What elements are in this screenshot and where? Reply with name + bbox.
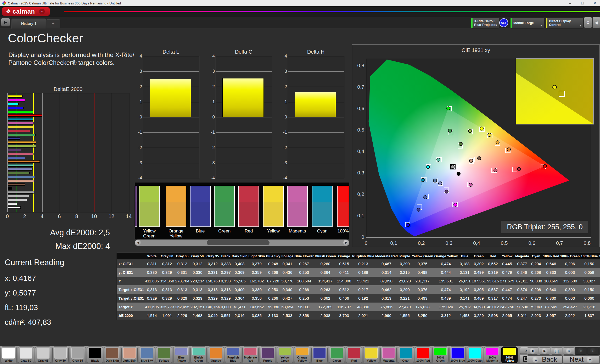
patch-button-red[interactable]: Red [346, 346, 362, 363]
patch-button-gray-80[interactable]: Gray 80 [18, 346, 34, 363]
patch-button-blue[interactable]: Blue [311, 346, 328, 363]
patch-button-light-skin[interactable]: Light Skin [121, 346, 138, 363]
tab-scroll-button[interactable]: ▶ [1, 18, 10, 26]
delta-l-title: Delta L [143, 49, 199, 55]
table-cell: 90,038 [530, 277, 543, 285]
cie-y-tick-label: 0,6 [355, 106, 364, 111]
patch-button-dark-skin[interactable]: Dark Skin [104, 346, 120, 363]
patch-button-100-green[interactable]: 100% Green [432, 346, 448, 363]
cie-y-tick-label: 0,5 [355, 127, 364, 133]
de2000-chart-title: DeltaE 2000 [7, 86, 129, 92]
patch-button-orange[interactable]: Orange [208, 346, 224, 363]
table-cell: 0,317 [486, 294, 500, 303]
patch-button-moderate-red[interactable]: Moderate Red [242, 346, 259, 363]
table-cell: 0,313 [220, 285, 231, 294]
patch-button-cyan[interactable]: Cyan [398, 346, 414, 363]
strip-swatch-yellow-green[interactable] [139, 186, 160, 227]
patch-button-gray-50[interactable]: Gray 50 [52, 346, 69, 363]
strip-swatch-purple[interactable] [135, 186, 137, 227]
transport-play-button[interactable]: ▶ [539, 347, 550, 355]
transport-stop-button[interactable]: ■ [527, 347, 538, 355]
table-cell: 0,489 [471, 294, 486, 303]
patch-button-bluish-green[interactable]: Bluish Green [190, 346, 207, 363]
display-dropdown-direct-display-control[interactable]: Direct Display Control ▼ [546, 18, 584, 29]
scroll-left-icon[interactable]: ◀ [135, 240, 141, 246]
cie-measured-point [445, 190, 448, 194]
patch-button-blue-sky[interactable]: Blue Sky [139, 346, 155, 363]
table-cell: 0,330 [543, 294, 560, 303]
table-cell: 0,356 [248, 294, 266, 303]
table-cell: 0,263 [314, 285, 337, 294]
axis-tick-label: -3 [281, 160, 287, 166]
table-column-header: Yellow [500, 253, 515, 260]
add-tab-button[interactable]: + [46, 19, 60, 28]
patch-button-foliage[interactable]: Foliage [156, 346, 172, 363]
patch-button-100-blue[interactable]: 100% Blue [450, 346, 466, 363]
patch-button-black[interactable]: Black [87, 346, 103, 363]
patch-button-purplish-blue[interactable]: Purplish Blue [225, 346, 241, 363]
table-cell: 172,389 [314, 303, 337, 311]
patch-button-orange-yellow[interactable]: Orange Yellow [294, 346, 310, 363]
table-cell: 143,662 [248, 303, 266, 311]
patch-button-100-magenta[interactable]: 100% Magenta [484, 346, 500, 363]
patch-color-chip [227, 348, 239, 355]
strip-swatch-100-red[interactable] [337, 186, 349, 227]
back-button[interactable]: « Back [527, 355, 563, 363]
patch-button-white[interactable]: White [1, 346, 17, 363]
calman-menu-button[interactable]: ❖ calman ▼ [2, 7, 50, 16]
colorchecker-data-table: WhiteGray 80Gray 65Gray 50Gray 35BlackDa… [117, 253, 600, 320]
strip-swatch-magenta[interactable] [287, 186, 308, 227]
patch-button-gray-35[interactable]: Gray 35 [70, 346, 86, 363]
meter-dropdown-xrite[interactable]: X-Rite i1Pro 3 Rear Projector ▼ [471, 18, 499, 29]
table-cell: 0,312 [190, 259, 205, 268]
strip-swatch-yellow[interactable] [263, 186, 284, 227]
patch-button-100-cyan[interactable]: 100% Cyan [467, 346, 483, 363]
table-cell: 0,313 [375, 294, 398, 303]
patch-button-green[interactable]: Green [329, 346, 345, 363]
strip-swatch-orange-yellow[interactable] [166, 186, 186, 227]
table-cell: 107,361 [471, 277, 486, 285]
patch-button-100-yellow[interactable]: 100% Yellow [501, 346, 518, 363]
table-column-header: Green [471, 253, 486, 260]
strip-swatch-cyan[interactable] [312, 186, 333, 227]
swatch-strip-scrollbar[interactable]: ◀ ▶ [135, 240, 349, 246]
patch-button-gray-65[interactable]: Gray 65 [35, 346, 51, 363]
reference-line [94, 93, 94, 212]
back-button-label: Back [542, 355, 557, 363]
table-cell: 94,580 [471, 303, 486, 311]
patch-button-purple[interactable]: Purple [260, 346, 276, 363]
maximize-button[interactable]: □ [576, 0, 588, 6]
patch-button-magenta[interactable]: Magenta [380, 346, 397, 363]
close-button[interactable]: ✕ [589, 0, 600, 6]
transport-step-button[interactable]: [··] [551, 347, 562, 355]
table-cell: 0,192 [458, 285, 471, 294]
scrollbar-thumb[interactable] [207, 240, 270, 245]
table-column-header: 100% Green [560, 253, 580, 260]
settings-button[interactable]: ⚙ [584, 17, 592, 28]
patch-color-chip [175, 348, 188, 355]
table-cell: 77,506 [515, 303, 530, 311]
patch-button-yellow-green[interactable]: Yellow Green [277, 346, 293, 363]
table-cell: 140,764 [205, 303, 220, 311]
scroll-right-icon[interactable]: ▶ [343, 240, 349, 246]
stop-icon: ■ [530, 348, 536, 354]
transport-loop-button[interactable]: ∞ [563, 347, 574, 355]
patch-button-blue-flower[interactable]: Blue Flower [173, 346, 189, 363]
strip-swatch-red[interactable] [238, 186, 259, 227]
patch-button-yellow[interactable]: Yellow [363, 346, 379, 363]
collapse-panel-button[interactable]: ◀ [592, 17, 600, 28]
source-dropdown-mobile-forge[interactable]: Mobile Forge ▼ [510, 18, 544, 29]
gridline [216, 148, 272, 148]
strip-swatch-blue[interactable] [190, 186, 211, 227]
strip-swatch-green[interactable] [214, 186, 235, 227]
delta-c-chart: 43210-1-2-3-4 [216, 56, 272, 178]
table-cell: 0,266 [265, 294, 281, 303]
table-cell: 0,427 [281, 294, 294, 303]
tab-history-1[interactable]: History 1 [12, 19, 46, 29]
page-description-line1: Display analysis is performed with the X… [8, 51, 134, 59]
patch-button-100-red[interactable]: 100% Red [415, 346, 431, 363]
next-button[interactable]: Next » [563, 355, 599, 363]
minimize-button[interactable]: – [564, 0, 576, 6]
table-cell: 0,333 [220, 259, 231, 268]
de2000-bar [8, 111, 33, 113]
